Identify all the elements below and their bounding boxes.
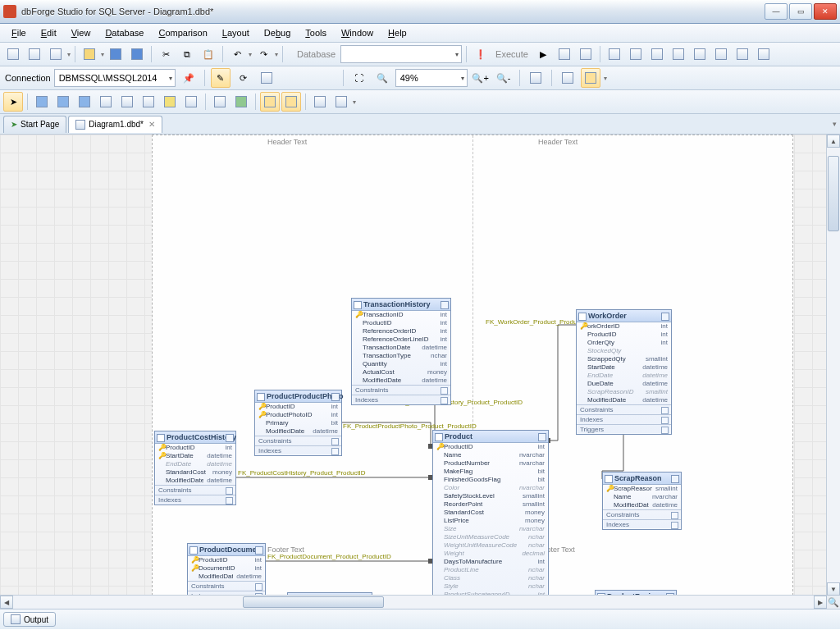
connection-dropdown[interactable]: ▾ xyxy=(54,69,176,87)
close-button[interactable]: ✕ xyxy=(814,3,837,20)
menu-view[interactable]: View xyxy=(65,25,98,40)
app-icon xyxy=(3,5,16,18)
maximize-button[interactable]: ▭ xyxy=(789,3,812,20)
grid3-icon[interactable] xyxy=(647,44,667,64)
grid2-icon[interactable] xyxy=(626,44,646,64)
menu-comparison[interactable]: Comparison xyxy=(152,25,213,40)
connection-value[interactable] xyxy=(57,72,167,84)
main-toolbar: ▾ ▾ ✂ ⧉ 📋 ↶ ▾ ↷ ▾ Database ▾ ❗ Execute ▶ xyxy=(0,43,840,66)
menu-database[interactable]: Database xyxy=(98,25,150,40)
page-header-left: Header Text xyxy=(267,138,307,146)
stop-icon[interactable]: ▶ xyxy=(533,44,553,64)
execute-label[interactable]: Execute xyxy=(492,49,532,59)
undo-icon[interactable]: ↶ xyxy=(227,44,247,64)
entity-workorder[interactable]: WorkOrder🔑orkOrderIDintProductIDintOrder… xyxy=(576,309,672,435)
image-icon[interactable] xyxy=(231,92,251,112)
execute-icon[interactable]: ❗ xyxy=(471,44,491,64)
zoom-out-icon[interactable]: 🔍- xyxy=(494,68,514,88)
output-label: Output xyxy=(24,615,48,624)
save-icon[interactable] xyxy=(106,44,126,64)
menu-help[interactable]: Help xyxy=(381,25,413,40)
diagram-canvas[interactable]: Header Text Header Text Footer Text Foot… xyxy=(0,135,827,596)
paste-icon[interactable]: 📋 xyxy=(199,44,218,64)
pointer-icon[interactable]: ➤ xyxy=(3,92,23,112)
entity-transactionhistory[interactable]: TransactionHistory🔑TransactionIDintProdu… xyxy=(351,298,451,405)
menu-file[interactable]: File xyxy=(5,25,33,40)
step-icon[interactable] xyxy=(555,44,574,64)
page-view-icon[interactable] xyxy=(581,68,600,88)
refresh-icon[interactable]: ⟳ xyxy=(234,68,253,88)
menu-debug[interactable]: Debug xyxy=(258,25,297,40)
scroll-down-icon[interactable]: ▼ xyxy=(827,582,840,596)
grid4-icon[interactable] xyxy=(669,44,688,64)
close-tab-icon[interactable]: ✕ xyxy=(148,120,155,129)
new-sql-icon[interactable] xyxy=(3,44,23,64)
edit-connection-icon[interactable]: ✎ xyxy=(211,68,231,88)
print-layout-icon[interactable] xyxy=(558,68,578,88)
copy-icon[interactable]: ⧉ xyxy=(177,44,197,64)
page-header-right: Header Text xyxy=(538,138,578,146)
pin-icon[interactable]: 📌 xyxy=(179,68,199,88)
relation-tool-icon[interactable] xyxy=(96,92,116,112)
vertical-scrollbar[interactable]: ▲ ▼ xyxy=(826,135,840,596)
zoom-reset-icon[interactable]: 🔍 xyxy=(372,68,392,88)
entity-scrapreason[interactable]: ScrapReason🔑ScrapReasonIDsmallintNamenva… xyxy=(602,472,682,530)
fk-label-pd: FK_ProductDocument_Product_ProductID xyxy=(267,553,391,560)
redo-icon[interactable]: ↷ xyxy=(253,44,273,64)
database-dropdown[interactable]: ▾ xyxy=(340,45,462,63)
entity-tool-icon[interactable] xyxy=(32,92,52,112)
step2-icon[interactable] xyxy=(576,44,596,64)
snap2-icon[interactable] xyxy=(281,92,301,112)
note-tool-icon[interactable] xyxy=(160,92,180,112)
zoom-dropdown[interactable]: ▾ xyxy=(395,69,468,87)
document-tabs: ➤ Start Page Diagram1.dbd* ✕ ▾ xyxy=(0,114,840,135)
diagram-canvas-wrap: Header Text Header Text Footer Text Foot… xyxy=(0,135,840,609)
scroll-right-icon[interactable]: ▶ xyxy=(814,596,827,609)
fit-icon[interactable]: ⛶ xyxy=(349,68,369,88)
grid6-icon[interactable] xyxy=(711,44,731,64)
open-icon[interactable] xyxy=(80,44,99,64)
entity-productdocument[interactable]: ProductDocument🔑ProductIDint🔑DocumentIDi… xyxy=(187,543,266,596)
entity3-tool-icon[interactable] xyxy=(75,92,94,112)
layout-icon[interactable] xyxy=(526,68,546,88)
scroll-up-icon[interactable]: ▲ xyxy=(827,135,840,148)
container-tool-icon[interactable] xyxy=(181,92,201,112)
save-all-icon[interactable] xyxy=(127,44,147,64)
export2-icon[interactable] xyxy=(331,92,351,112)
menu-tools[interactable]: Tools xyxy=(299,25,333,40)
grid7-icon[interactable] xyxy=(733,44,752,64)
minimize-button[interactable]: — xyxy=(765,3,788,20)
snap-icon[interactable] xyxy=(260,92,280,112)
zoom-corner-icon[interactable]: 🔍 xyxy=(827,596,840,609)
relation2-tool-icon[interactable] xyxy=(117,92,137,112)
grid5-icon[interactable] xyxy=(690,44,710,64)
new-query-icon[interactable] xyxy=(25,44,44,64)
entity2-tool-icon[interactable] xyxy=(53,92,73,112)
zoom-value[interactable] xyxy=(399,72,459,84)
stamp-icon[interactable] xyxy=(210,92,230,112)
titlebar: dbForge Studio for SQL Server - Diagram1… xyxy=(0,0,840,24)
menu-edit[interactable]: Edit xyxy=(34,25,63,40)
tab-start-page[interactable]: ➤ Start Page xyxy=(3,116,66,133)
fk-label-pch: FK_ProductCostHistory_Product_ProductID xyxy=(238,469,366,477)
export-icon[interactable] xyxy=(310,92,330,112)
db-icon[interactable] xyxy=(257,68,276,88)
entity-productproductphoto[interactable]: ProductProductPhoto🔑ProductIDint🔑Product… xyxy=(254,390,342,456)
menu-window[interactable]: Window xyxy=(335,25,380,40)
grid1-icon[interactable] xyxy=(605,44,624,64)
output-panel-button[interactable]: Output xyxy=(3,612,56,627)
grid8-icon[interactable] xyxy=(754,44,774,64)
entity-product[interactable]: Product🔑ProductIDintNamenvarcharProductN… xyxy=(432,430,549,596)
tabs-overflow-icon[interactable]: ▾ xyxy=(833,120,837,128)
zoom-in-icon[interactable]: 🔍+ xyxy=(471,68,491,88)
menubar: File Edit View Database Comparison Layou… xyxy=(0,24,840,43)
entity-productcosthistory[interactable]: ProductCostHistory🔑ProductIDint🔑StartDat… xyxy=(154,431,236,505)
horizontal-scrollbar[interactable]: ◀ ▶ xyxy=(0,595,827,609)
menu-layout[interactable]: Layout xyxy=(216,25,256,40)
statusbar: Output xyxy=(0,609,840,629)
cut-icon[interactable]: ✂ xyxy=(156,44,176,64)
tab-diagram[interactable]: Diagram1.dbd* ✕ xyxy=(68,116,162,133)
scroll-left-icon[interactable]: ◀ xyxy=(0,596,13,609)
relation3-tool-icon[interactable] xyxy=(139,92,158,112)
new-diagram-icon[interactable] xyxy=(46,44,66,64)
